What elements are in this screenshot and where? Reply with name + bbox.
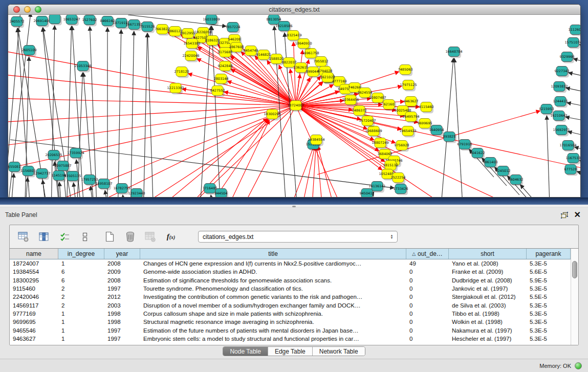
citation-edge-black[interactable] <box>569 73 580 78</box>
citation-edge-black[interactable] <box>547 116 550 197</box>
table-row[interactable]: 2242004622012Investigating the contribut… <box>10 293 571 301</box>
table-row[interactable]: 1938455462009Genome-wide association stu… <box>10 268 571 276</box>
graph-node-teal[interactable]: 893825 <box>443 132 457 143</box>
graph-node-teal[interactable]: 21053346 <box>74 61 91 73</box>
column-header-pagerank[interactable]: pagerank <box>527 249 571 259</box>
table-row[interactable]: 1830029562008Estimation of significance … <box>10 276 571 285</box>
citation-edge-red[interactable] <box>193 37 296 105</box>
citation-edge-black[interactable] <box>573 59 580 64</box>
graph-node-yellow[interactable]: 9115460 <box>419 102 434 114</box>
tab-edge-table[interactable]: Edge Table <box>268 347 313 356</box>
graph-node-teal[interactable]: 1527602 <box>82 15 97 27</box>
table-settings-icon[interactable] <box>17 230 30 244</box>
table-row[interactable]: 946362711997Embryonic stem cells: a mode… <box>10 335 571 343</box>
graph-node-yellow[interactable]: 12213393 <box>167 83 184 95</box>
scrollbar-thumb[interactable] <box>572 261 577 278</box>
table-row[interactable]: 977716911998Corpus callosum shape and si… <box>10 310 571 318</box>
graph-node-teal[interactable]: 2405572 <box>10 17 25 28</box>
column-header-short[interactable]: short <box>449 249 527 259</box>
citation-edge-black[interactable] <box>118 30 121 197</box>
graph-node-yellow[interactable]: 22420046 <box>182 51 199 62</box>
graph-node-teal[interactable]: 7857224 <box>226 23 241 34</box>
table-row[interactable]: 969969511998Structural magnetic resonanc… <box>10 318 571 326</box>
table-row[interactable]: 911546021997Tourette syndrome. Phenomeno… <box>10 285 571 293</box>
function-builder-icon[interactable]: f(x) <box>164 230 178 244</box>
graph-node-teal[interactable]: 7515526 <box>140 22 155 33</box>
citation-edge-red[interactable] <box>293 42 296 105</box>
graph-node-teal[interactable]: 16648784 <box>445 47 462 58</box>
citation-edge-black[interactable] <box>575 147 580 152</box>
graph-node-teal[interactable]: 1112606 <box>569 25 580 36</box>
citation-edge-red[interactable] <box>296 50 302 105</box>
graph-node-yellow[interactable]: 17975125 <box>400 80 417 92</box>
table-row[interactable]: 946554611997Estimation of the future num… <box>10 326 571 334</box>
citation-edge-red[interactable] <box>235 105 296 197</box>
graph-node-teal[interactable]: 1604632 <box>509 175 524 186</box>
graph-node-teal[interactable]: 944504 <box>215 189 229 198</box>
citation-edge-red[interactable] <box>299 146 315 197</box>
graph-node-yellow[interactable]: 9699695 <box>418 119 432 130</box>
graph-node-teal[interactable] <box>49 15 62 26</box>
graph-node-yellow[interactable]: 7486372 <box>352 106 367 117</box>
citation-network-graph[interactable]: 2405572206914061065324715276028466160107… <box>8 15 580 197</box>
show-selected-rows-icon[interactable] <box>58 230 71 244</box>
tab-network-table[interactable]: Network Table <box>313 347 365 356</box>
graph-node-teal[interactable]: 15751074 <box>564 38 580 49</box>
graph-node-teal[interactable]: 1244415 <box>553 97 568 108</box>
memory-status-icon[interactable] <box>575 362 582 369</box>
graph-node-yellow[interactable]: 10688609 <box>365 126 382 138</box>
graph-node-teal[interactable]: 655081 <box>8 162 21 173</box>
float-panel-icon[interactable] <box>561 212 568 218</box>
graph-node-teal[interactable]: 12093832 <box>551 82 568 93</box>
window-titlebar[interactable]: citations_edges.txt <box>8 5 580 15</box>
graph-node-teal[interactable]: 9329966 <box>560 52 575 63</box>
citation-edge-red[interactable] <box>296 105 348 197</box>
graph-node-teal[interactable]: 12942737 <box>33 169 50 180</box>
select-columns-icon[interactable] <box>37 230 51 244</box>
row-height-icon[interactable] <box>78 230 92 244</box>
graph-node-teal[interactable]: 677528 <box>564 165 578 176</box>
graph-node-yellow[interactable]: 19654923 <box>399 126 416 138</box>
citation-edge-black[interactable] <box>74 183 78 197</box>
citation-edge-black[interactable] <box>143 33 147 197</box>
graph-node-teal[interactable]: 20691406 <box>33 16 50 28</box>
graph-node-teal[interactable]: 16033809 <box>203 15 220 26</box>
graph-node-yellow[interactable]: 15720407 <box>359 116 376 127</box>
citation-edge-red[interactable] <box>221 120 269 197</box>
graph-node-teal[interactable]: 17359924 <box>67 148 84 160</box>
graph-node-yellow[interactable]: 2718120 <box>175 67 189 78</box>
column-header-title[interactable]: title <box>140 249 406 259</box>
graph-node-teal[interactable]: 1156803 <box>21 166 36 178</box>
graph-node-yellow[interactable]: 9175685 <box>218 48 233 59</box>
table-row[interactable]: 1872400712008Changes of HCN gene express… <box>10 259 571 268</box>
column-header-in_degree[interactable]: in_degree <box>58 249 104 259</box>
graph-node-teal[interactable]: 17016504 <box>559 141 576 152</box>
citation-edge-black[interactable] <box>566 88 580 94</box>
citation-edge-black[interactable] <box>123 195 126 197</box>
citation-edge-black[interactable] <box>568 132 580 138</box>
citation-edge-red[interactable] <box>231 69 296 105</box>
citation-edge-red[interactable] <box>8 105 296 149</box>
table-row[interactable]: 1456911722003Disruption of a novel membe… <box>10 301 571 309</box>
graph-node-yellow[interactable]: 9756928 <box>395 141 409 152</box>
citation-edge-black[interactable] <box>10 173 14 197</box>
citation-edge-black[interactable] <box>454 58 463 197</box>
citation-edge-black[interactable] <box>130 31 134 197</box>
graph-node-teal[interactable]: 10653247 <box>63 15 80 26</box>
tab-node-table[interactable]: Node Table <box>223 347 268 356</box>
citation-edge-black[interactable] <box>147 33 154 197</box>
network-canvas[interactable]: 2405572206914061065324715276028466160107… <box>8 15 580 197</box>
column-header-out_degree[interactable]: △out_de… <box>406 249 449 259</box>
citation-edge-black[interactable] <box>59 182 62 197</box>
graph-node-yellow[interactable]: 7485063 <box>398 65 413 76</box>
graph-node-teal[interactable]: 15692971 <box>553 125 570 137</box>
column-header-year[interactable]: year <box>104 249 140 259</box>
graph-node-teal[interactable]: 9450412 <box>360 189 375 198</box>
graph-node-yellow[interactable]: 8427552 <box>210 86 225 97</box>
graph-node-teal[interactable]: 9227343 <box>555 67 570 78</box>
graph-node-yellow[interactable]: 9242848 <box>218 61 233 73</box>
graph-node-yellow[interactable]: 2522254 <box>391 173 406 184</box>
graph-node-teal[interactable]: 1733426 <box>394 184 408 195</box>
table-selector-dropdown[interactable]: citations_edges.txt ▲▼ <box>198 231 398 243</box>
graph-node-yellow[interactable]: 2803144 <box>214 74 229 85</box>
